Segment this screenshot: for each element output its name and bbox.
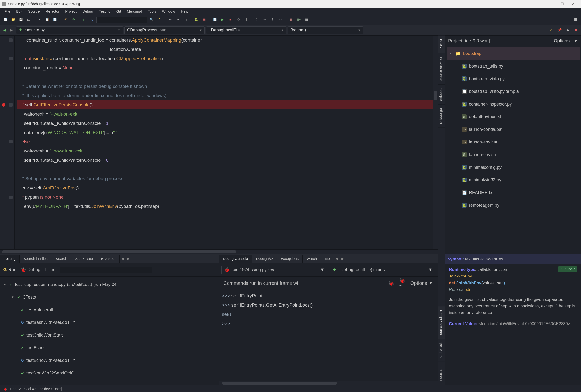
nav-back-icon[interactable]: ◀ (1, 27, 7, 33)
tab-testing[interactable]: Testing (0, 254, 20, 263)
console-options[interactable]: Options ▼ (410, 280, 433, 286)
tab-breakpoints[interactable]: Breakpoi (97, 254, 120, 263)
sa-link[interactable]: JoinWithEnv (449, 274, 472, 278)
tab-scroll-right-icon[interactable]: ▶ (340, 256, 346, 261)
expand-icon[interactable]: ▼ (3, 282, 7, 286)
layout3-icon[interactable]: ▦ (303, 16, 310, 23)
bookmark-icon[interactable]: ◆ (565, 27, 571, 34)
project-file-row[interactable]: 🐍container-inspector.py (447, 98, 580, 110)
tab-debug-console[interactable]: Debug Console (219, 254, 252, 263)
project-file-row[interactable]: 🐍minimalwin32.py (447, 174, 580, 186)
process-selector[interactable]: 🐞 [pid 1924] wing.py --ve ▼ (221, 266, 327, 274)
vtab-source-assistant[interactable]: Source Assistant (438, 306, 445, 339)
editor-gutter[interactable]: − − − − − (0, 36, 14, 250)
test-row[interactable]: ✔testEcho (2, 342, 217, 354)
redo-icon[interactable]: ↷ (70, 16, 77, 23)
tab-scroll-right-icon[interactable]: ▶ (125, 256, 131, 261)
maximize-button[interactable]: ☐ (557, 0, 568, 8)
test-row[interactable]: ✔testChildWontStart (2, 329, 217, 342)
expand-icon[interactable]: ▼ (11, 295, 14, 299)
vtab-snippets[interactable]: Snippets (438, 84, 445, 104)
scroll-thumb[interactable] (222, 382, 337, 385)
indent-guide-icon[interactable]: ⫿⫿ (81, 16, 87, 23)
project-file-row[interactable]: 🐍remoteagent.py (447, 199, 580, 212)
pin-icon[interactable]: 📌 (556, 27, 563, 34)
menu-tools[interactable]: Tools (145, 8, 159, 14)
menu-git[interactable]: Git (113, 8, 124, 14)
test-suite-row[interactable]: ▼ ✔ CTests (2, 291, 217, 304)
project-options[interactable]: Options (554, 38, 570, 44)
minimize-button[interactable]: — (546, 0, 557, 8)
search-icon[interactable]: 🔍 (148, 16, 155, 23)
goto-icon[interactable]: ↘ (88, 16, 95, 23)
run-tests-button[interactable]: ⚗ Run (3, 267, 16, 272)
test-tree[interactable]: ▼ ✔ test_cap_oscommands.py (src\edit\tes… (0, 277, 219, 385)
python-icon[interactable]: 🐍 (193, 16, 200, 23)
tab-search[interactable]: Search (52, 254, 71, 263)
project-folder-row[interactable]: ▼ 📁 bootstrap (447, 47, 580, 60)
project-tree[interactable]: ▼ 📁 bootstrap 🐍bootstrap_utils.py🐍bootst… (445, 46, 581, 254)
menu-edit[interactable]: Edit (13, 8, 25, 14)
vtab-diff-merge[interactable]: Diff/Merge (438, 105, 445, 128)
scope-pos-selector[interactable]: (bottom) ▼ (288, 26, 363, 34)
new-doc-icon[interactable]: 📄 (211, 16, 218, 23)
tab-more[interactable]: Mo (321, 254, 334, 263)
test-row[interactable]: ✔testNonWin32SendCtrlC (2, 367, 217, 379)
frame-selector[interactable]: ★ _DebugLocalFile(): runs ▼ (330, 266, 435, 274)
menu-debug[interactable]: Debug (79, 8, 96, 14)
menu-testing[interactable]: Testing (96, 8, 113, 14)
debug-console-body[interactable]: >>> self.fEntryPoints>>> self.fEntryPoin… (219, 290, 438, 381)
fold-marker[interactable]: − (9, 103, 13, 106)
nav-forward-icon[interactable]: ▶ (9, 27, 14, 33)
pause-icon[interactable]: ⏸ (243, 16, 249, 23)
tab-scroll-left-icon[interactable]: ◀ (334, 256, 340, 261)
menu-window[interactable]: Window (159, 8, 178, 14)
step-over-icon[interactable]: ⤼ (261, 16, 268, 23)
fold-marker[interactable]: − (9, 196, 13, 199)
swap-icon[interactable]: ⇆ (182, 16, 189, 23)
close-button[interactable]: ✕ (568, 0, 579, 8)
vtab-source-browser[interactable]: Source Browser (438, 53, 445, 85)
project-file-row[interactable]: ▭launch-conda.bat (447, 123, 580, 136)
step-out-icon[interactable]: ⤴ (269, 16, 276, 23)
paste-icon[interactable]: 📄 (51, 16, 58, 23)
project-file-row[interactable]: 📄README.txt (447, 186, 580, 199)
fold-marker[interactable]: − (9, 38, 13, 42)
filter-input[interactable] (60, 266, 152, 273)
editor-minimap[interactable] (433, 36, 438, 250)
code-editor[interactable]: − − − − − container_rundir, container_ru… (0, 36, 438, 250)
file-selector[interactable]: ★ runstate.py ▼ (16, 26, 123, 34)
vtab-indentation[interactable]: Indentation (438, 361, 445, 385)
tab-scroll-left-icon[interactable]: ◀ (120, 256, 125, 261)
menu-file[interactable]: File (1, 8, 13, 14)
open-folder-icon[interactable]: 📁 (10, 16, 16, 23)
hamburger-icon[interactable]: ☰ (572, 16, 579, 23)
close-file-icon[interactable]: ✖ (573, 27, 580, 34)
tab-exceptions[interactable]: Exceptions (277, 254, 303, 263)
project-file-row[interactable]: 📄bootstrap_vinfo.py.templa (447, 85, 580, 98)
fold-marker[interactable]: − (9, 140, 13, 144)
project-file-row[interactable]: 🐍bootstrap_vinfo.py (447, 72, 580, 85)
layout2-icon[interactable]: ▦▾ (295, 16, 302, 23)
breakpoint-marker[interactable] (2, 103, 5, 106)
run-to-icon[interactable]: ⤻ (277, 16, 283, 23)
tab-watch[interactable]: Watch (303, 254, 321, 263)
stop-icon[interactable]: ■ (227, 16, 234, 23)
project-file-row[interactable]: 🐍bootstrap_utils.py (447, 60, 580, 72)
scope-class-selector[interactable]: CDebugProcessLaur ▼ (124, 26, 205, 34)
test-row[interactable]: ↻testBashWithPseudoTTY (2, 316, 217, 329)
project-file-row[interactable]: $default-python.sh (447, 110, 580, 123)
console-h-scrollbar[interactable] (219, 381, 438, 385)
tab-search-in-files[interactable]: Search in Files (20, 254, 52, 263)
highlight-icon[interactable]: Ａ (156, 16, 163, 23)
save-all-icon[interactable]: 🗃 (25, 16, 32, 23)
scope-method-selector[interactable]: _DebugLocalFile ▼ (206, 26, 286, 34)
fold-marker[interactable]: − (9, 57, 13, 60)
vtab-project[interactable]: Project (438, 36, 445, 53)
tab-stack-data[interactable]: Stack Data (71, 254, 97, 263)
new-file-icon[interactable]: 📄 (2, 16, 9, 23)
test-row[interactable]: ✔testAutoscroll (2, 304, 217, 316)
test-file-row[interactable]: ▼ ✔ test_cap_oscommands.py (src\edit\tes… (2, 278, 217, 291)
restart-icon[interactable]: ⟲ (235, 16, 242, 23)
stop-square-icon[interactable]: ▣ (201, 16, 208, 23)
